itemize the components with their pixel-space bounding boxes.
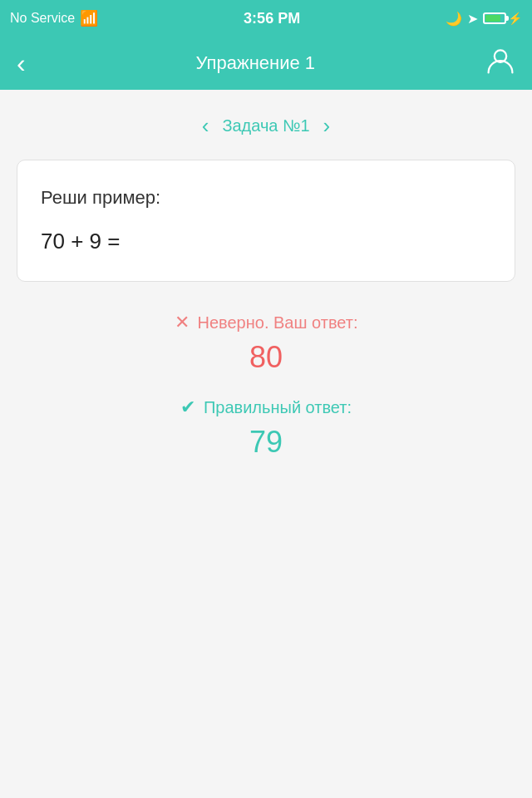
question-instruction: Реши пример:: [41, 187, 491, 209]
profile-button[interactable]: [485, 46, 515, 81]
status-time: 3:56 PM: [244, 10, 300, 27]
main-content: ‹ Задача №1 › Реши пример: 70 + 9 = ✕ Не…: [0, 90, 532, 798]
bolt-icon: ⚡: [508, 12, 522, 25]
battery-indicator: ⚡: [483, 12, 522, 25]
battery-body: [483, 12, 506, 24]
wrong-icon: ✕: [175, 312, 190, 333]
status-bar: No Service 📶 3:56 PM 🌙 ➤ ⚡: [0, 0, 532, 37]
nav-bar: ‹ Упражнение 1: [0, 37, 532, 90]
result-section: ✕ Неверно. Ваш ответ: 80 ✔ Правильный от…: [17, 312, 515, 460]
task-navigation: ‹ Задача №1 ›: [202, 115, 331, 136]
wifi-icon: 📶: [80, 9, 98, 27]
correct-icon: ✔: [180, 397, 195, 418]
prev-task-button[interactable]: ‹: [202, 115, 209, 136]
status-left: No Service 📶: [10, 9, 98, 27]
next-task-button[interactable]: ›: [323, 115, 331, 136]
back-button[interactable]: ‹: [17, 50, 26, 76]
location-icon: ➤: [467, 11, 478, 27]
carrier-text: No Service: [10, 11, 75, 26]
correct-label-text: Правильный ответ:: [204, 398, 352, 417]
question-equation: 70 + 9 =: [41, 229, 491, 254]
nav-title: Упражнение 1: [196, 52, 316, 74]
task-label: Задача №1: [222, 116, 309, 135]
wrong-label-text: Неверно. Ваш ответ:: [198, 313, 358, 332]
wrong-label-row: ✕ Неверно. Ваш ответ:: [175, 312, 358, 333]
correct-answer-value: 79: [249, 425, 283, 460]
profile-icon: [485, 46, 515, 76]
moon-icon: 🌙: [446, 11, 462, 27]
correct-label-row: ✔ Правильный ответ:: [180, 397, 352, 418]
wrong-answer-value: 80: [249, 340, 283, 375]
status-right: 🌙 ➤ ⚡: [446, 11, 522, 27]
battery-fill: [485, 15, 500, 22]
question-card: Реши пример: 70 + 9 =: [17, 160, 515, 282]
